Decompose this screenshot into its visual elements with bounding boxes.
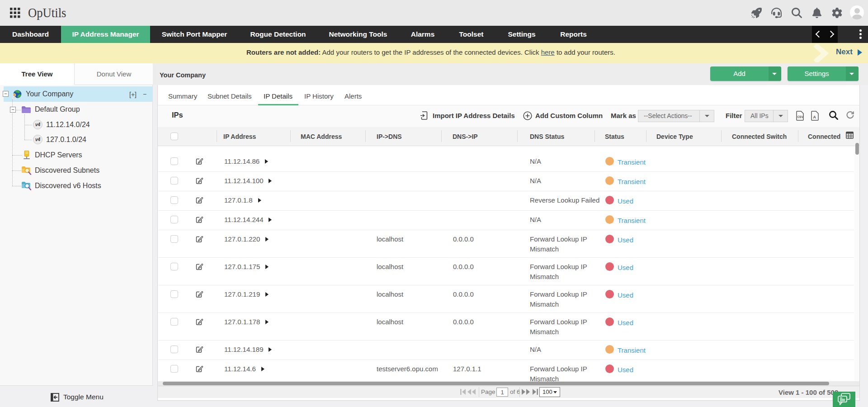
svg-text:A: A — [813, 115, 816, 119]
svg-text:CSV: CSV — [797, 115, 803, 118]
